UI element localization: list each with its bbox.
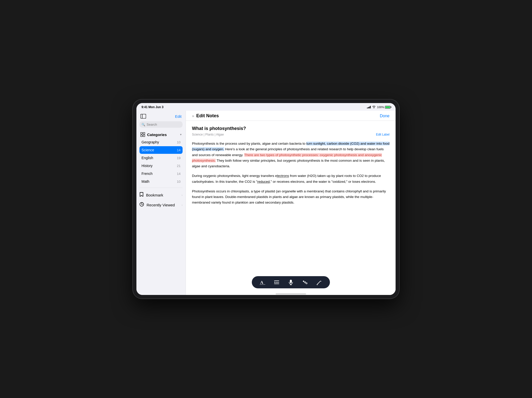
- note-paragraph-2: During oxygenic photosynthesis, light en…: [192, 173, 389, 185]
- markup-button[interactable]: [316, 279, 323, 286]
- electrons-underline: lectrons: [277, 174, 289, 178]
- svg-rect-3: [141, 132, 143, 134]
- note-header: » Edit Notes Done: [186, 111, 396, 121]
- categories-title: Categories: [147, 132, 167, 137]
- note-panel: » Edit Notes Done What is photosynthesis…: [186, 111, 396, 295]
- side-button: [132, 194, 133, 204]
- categories-header[interactable]: Categories ▾: [139, 131, 183, 138]
- english-label: English: [141, 156, 153, 160]
- note-paragraph-1: Photosynthesis is the process used by pl…: [192, 141, 389, 169]
- categories-chevron-icon: ▾: [180, 133, 182, 136]
- home-indicator: [186, 292, 396, 295]
- sidebar-item-french[interactable]: French 14: [139, 170, 183, 177]
- bullet-button[interactable]: [302, 279, 309, 286]
- body-p1-pre: Photosynthesis is the process used by pl…: [192, 142, 306, 145]
- clock-icon: [139, 202, 144, 208]
- sidebar: Edit 🔍 🎤: [136, 111, 186, 295]
- search-input[interactable]: [147, 123, 189, 126]
- wifi-icon: [372, 106, 376, 109]
- note-tags: Science | Plants | Algae: [192, 133, 224, 136]
- sidebar-divider: [139, 188, 183, 188]
- svg-line-23: [317, 283, 318, 285]
- svg-point-19: [303, 281, 304, 282]
- english-count: 19: [177, 156, 181, 160]
- svg-rect-16: [290, 280, 292, 283]
- main-content: Edit 🔍 🎤: [136, 111, 396, 295]
- battery-icon: [385, 106, 391, 109]
- svg-line-9: [142, 204, 143, 205]
- bookmark-chevron-icon: ›: [182, 193, 183, 197]
- sidebar-item-science[interactable]: Science 14: [139, 146, 183, 154]
- sidebar-item-english[interactable]: English 19: [139, 154, 183, 162]
- recently-viewed-chevron-icon: ›: [182, 203, 183, 207]
- science-count: 14: [177, 148, 181, 152]
- ipad-frame: 9:41 Mon Jun 3 100%: [133, 100, 399, 298]
- ipad-screen: 9:41 Mon Jun 3 100%: [136, 103, 396, 295]
- mic-toolbar-button[interactable]: [287, 279, 294, 286]
- status-time: 9:41 Mon Jun 3: [141, 105, 164, 109]
- svg-point-0: [374, 108, 374, 108]
- status-icons: 100%: [367, 106, 391, 109]
- svg-rect-1: [141, 114, 146, 119]
- bookmark-icon: [139, 192, 144, 198]
- french-label: French: [141, 172, 153, 176]
- french-count: 14: [177, 172, 181, 176]
- sidebar-item-geography[interactable]: Geography 10: [139, 138, 183, 146]
- note-title-area: What is photosynthesis? Science | Plants…: [192, 126, 389, 136]
- chevrons-right-icon: »: [192, 114, 194, 118]
- sidebar-header: Edit: [136, 113, 186, 121]
- edit-button[interactable]: Edit: [175, 114, 182, 119]
- note-paragraph-3: Photosynthesis occurs in chloroplasts, a…: [192, 189, 389, 206]
- sidebar-item-math[interactable]: Math 10: [139, 178, 183, 185]
- svg-marker-15: [274, 281, 275, 283]
- search-icon: 🔍: [141, 123, 145, 126]
- font-button[interactable]: A: [259, 279, 266, 286]
- note-body[interactable]: Photosynthesis is the process used by pl…: [192, 141, 389, 206]
- done-button[interactable]: Done: [380, 114, 389, 118]
- edit-label-button[interactable]: Edit Label: [376, 133, 389, 136]
- svg-rect-6: [143, 135, 145, 137]
- science-label: Science: [141, 148, 154, 152]
- bottom-toolbar: A: [186, 274, 396, 292]
- body-p1-end: They both follow very similar principles…: [192, 159, 385, 168]
- bookmark-item[interactable]: Bookmark ›: [136, 190, 186, 200]
- recently-viewed-label: Recently Viewed: [147, 203, 175, 207]
- indent-button[interactable]: [273, 279, 280, 286]
- recently-viewed-item[interactable]: Recently Viewed ›: [136, 200, 186, 210]
- history-count: 21: [177, 164, 181, 168]
- search-bar[interactable]: 🔍 🎤: [139, 121, 183, 128]
- svg-rect-5: [141, 135, 143, 137]
- panel-toggle-icon[interactable]: [140, 114, 147, 119]
- svg-rect-4: [143, 132, 145, 134]
- geography-label: Geography: [141, 140, 159, 144]
- signal-bars-icon: [367, 106, 371, 108]
- battery-container: 100%: [377, 106, 391, 109]
- svg-text:A: A: [260, 280, 263, 285]
- history-label: History: [141, 164, 153, 168]
- categories-section: Categories ▾ Geography 10 Science 14: [136, 131, 186, 186]
- geography-count: 10: [177, 140, 181, 144]
- sidebar-item-history[interactable]: History 21: [139, 162, 183, 170]
- categories-grid-icon: [140, 132, 145, 137]
- toolbar-pill: A: [252, 276, 330, 288]
- status-bar: 9:41 Mon Jun 3 100%: [136, 103, 396, 111]
- note-header-title: Edit Notes: [196, 113, 219, 119]
- math-label: Math: [141, 179, 149, 184]
- math-count: 10: [177, 180, 181, 184]
- bookmark-label: Bookmark: [146, 193, 163, 197]
- reduced-underline: reduced: [257, 180, 270, 184]
- note-content[interactable]: What is photosynthesis? Science | Plants…: [186, 121, 396, 274]
- battery-text: 100%: [377, 106, 384, 109]
- note-heading: What is photosynthesis?: [192, 126, 389, 131]
